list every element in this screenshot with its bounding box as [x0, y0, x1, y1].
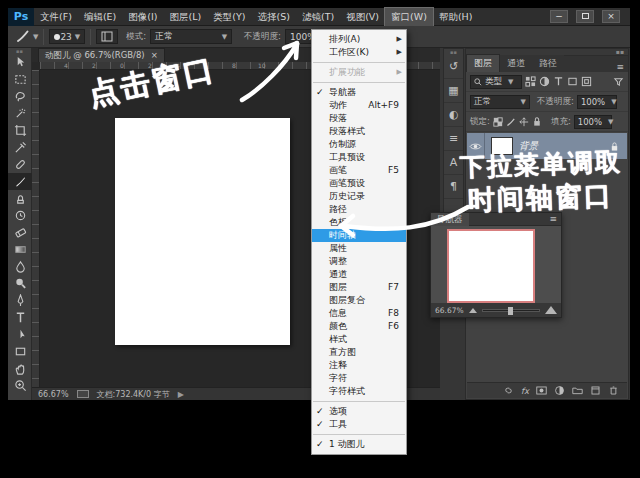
brush-tool[interactable]	[8, 173, 32, 190]
properties-panel-icon[interactable]: ≡	[444, 127, 463, 151]
lasso-tool[interactable]	[8, 88, 32, 105]
menu-item-actions[interactable]: 动作Alt+F9	[312, 99, 406, 112]
tab-channels[interactable]: 通道	[500, 55, 532, 72]
filter-shape-layers-icon[interactable]	[567, 76, 578, 87]
menu-item-navigator[interactable]: ✓导航器	[312, 86, 406, 99]
tab-layers[interactable]: 图层	[466, 54, 500, 72]
gradient-tool[interactable]	[8, 241, 32, 258]
rectangle-tool[interactable]	[8, 343, 32, 360]
magic-wand-tool[interactable]	[8, 105, 32, 122]
zoom-tool[interactable]	[8, 377, 32, 394]
panel-menu-icon[interactable]: ≡	[616, 62, 628, 72]
menu-item-workspace[interactable]: 工作区(K)▶	[312, 46, 406, 59]
zoom-out-icon[interactable]	[469, 308, 477, 313]
layer-blend-mode-select[interactable]: 正常▼	[470, 95, 530, 109]
menu-item-character-styles[interactable]: 字符样式	[312, 385, 406, 398]
menu-item-layers[interactable]: 图层F7	[312, 281, 406, 294]
swatches-panel-icon[interactable]: ▦	[444, 79, 463, 103]
canvas[interactable]	[115, 118, 290, 345]
crop-tool[interactable]	[8, 122, 32, 139]
menu-item-properties[interactable]: 属性	[312, 242, 406, 255]
menu-image[interactable]: 图像(I)	[122, 8, 163, 26]
zoom-level-field[interactable]: 66.67%	[38, 390, 69, 399]
layer-opacity-select[interactable]: 100%▼	[577, 95, 617, 109]
document-tab[interactable]: 动图儿 @ 66.7%(RGB/8) ×	[38, 48, 165, 62]
menu-item-timeline[interactable]: 时间轴	[312, 229, 406, 242]
menu-item-document-1[interactable]: ✓1 动图儿	[312, 438, 406, 451]
menu-select[interactable]: 选择(S)	[251, 8, 295, 26]
menu-item-histogram[interactable]: 直方图	[312, 346, 406, 359]
lock-position-icon[interactable]	[519, 117, 529, 127]
pen-tool[interactable]	[8, 292, 32, 309]
clone-stamp-tool[interactable]	[8, 190, 32, 207]
filter-type-select[interactable]: 类型 ▼	[470, 75, 522, 89]
close-button[interactable]: ×	[602, 10, 620, 23]
new-group-icon[interactable]	[572, 385, 583, 396]
delete-layer-icon[interactable]	[608, 385, 619, 396]
menu-filter[interactable]: 滤镜(T)	[296, 8, 340, 26]
fill-select[interactable]: 100%▼	[574, 115, 612, 129]
menu-item-arrange[interactable]: 排列(A)▶	[312, 33, 406, 46]
menu-edit[interactable]: 编辑(E)	[78, 8, 122, 26]
menu-item-paths[interactable]: 路径	[312, 203, 406, 216]
tab-paths[interactable]: 路径	[532, 55, 564, 72]
menu-help[interactable]: 帮助(H)	[433, 8, 479, 26]
menu-view[interactable]: 视图(V)	[340, 8, 385, 26]
layer-effects-icon[interactable]: fx	[521, 386, 529, 396]
link-layers-icon[interactable]	[503, 385, 514, 396]
eraser-tool[interactable]	[8, 224, 32, 241]
menu-item-info[interactable]: 信息F8	[312, 307, 406, 320]
menu-item-swatches[interactable]: 色板	[312, 216, 406, 229]
brush-tool-icon[interactable]	[16, 29, 30, 45]
filter-adjustment-layers-icon[interactable]	[539, 76, 550, 87]
menu-item-notes[interactable]: 注释	[312, 359, 406, 372]
filter-smart-objects-icon[interactable]	[581, 76, 592, 87]
menu-item-brush-presets[interactable]: 画笔预设	[312, 177, 406, 190]
spot-healing-brush-tool[interactable]	[8, 156, 32, 173]
menu-item-tool-presets[interactable]: 工具预设	[312, 151, 406, 164]
lock-transparency-icon[interactable]	[493, 117, 503, 127]
menu-item-tools[interactable]: ✓工具	[312, 418, 406, 431]
eyedropper-tool[interactable]	[8, 139, 32, 156]
lock-all-icon[interactable]	[532, 116, 542, 127]
chevron-down-icon[interactable]: ▼	[33, 33, 38, 41]
menu-item-color[interactable]: 颜色F6	[312, 320, 406, 333]
new-layer-icon[interactable]	[590, 385, 601, 396]
blend-mode-select[interactable]: 正常 ▼	[150, 29, 232, 44]
filter-type-layers-icon[interactable]	[553, 76, 564, 87]
menu-item-history[interactable]: 历史记录	[312, 190, 406, 203]
minimize-button[interactable]: −	[550, 10, 568, 23]
menu-item-clone-source[interactable]: 仿制源	[312, 138, 406, 151]
menu-item-options[interactable]: ✓选项	[312, 405, 406, 418]
lock-paint-icon[interactable]	[506, 117, 516, 127]
menu-item-channels[interactable]: 通道	[312, 268, 406, 281]
move-tool[interactable]	[8, 54, 32, 71]
navigator-zoom-field[interactable]: 66.67%	[435, 306, 464, 315]
filter-toggle-icon[interactable]	[613, 76, 624, 87]
menu-item-layer-comps[interactable]: 图层复合	[312, 294, 406, 307]
navigator-proxy-view[interactable]	[449, 231, 533, 301]
type-tool[interactable]	[8, 309, 32, 326]
menu-item-styles[interactable]: 样式	[312, 333, 406, 346]
zoom-slider[interactable]	[482, 309, 540, 312]
dodge-tool[interactable]	[8, 275, 32, 292]
status-arrow-icon[interactable]: ▶	[178, 390, 184, 399]
history-panel-icon[interactable]: ↺	[444, 55, 463, 79]
menu-layer[interactable]: 图层(L)	[164, 8, 208, 26]
zoom-in-icon[interactable]	[545, 306, 557, 314]
menu-file[interactable]: 文件(F)	[34, 8, 78, 26]
menu-item-character[interactable]: 字符	[312, 372, 406, 385]
menu-item-brush[interactable]: 画笔F5	[312, 164, 406, 177]
menu-window[interactable]: 窗口(W)	[385, 8, 433, 26]
path-selection-tool[interactable]	[8, 326, 32, 343]
history-brush-tool[interactable]	[8, 207, 32, 224]
menu-type[interactable]: 类型(Y)	[207, 8, 251, 26]
add-mask-icon[interactable]	[536, 385, 547, 396]
menu-item-paragraph-styles[interactable]: 段落样式	[312, 125, 406, 138]
rectangular-marquee-tool[interactable]	[8, 71, 32, 88]
brush-preset-picker[interactable]: 23 ▼	[49, 29, 85, 44]
menu-item-paragraph[interactable]: 段落	[312, 112, 406, 125]
menu-item-adjustments[interactable]: 调整	[312, 255, 406, 268]
toggle-brush-panel-button[interactable]	[96, 29, 118, 44]
maximize-button[interactable]	[576, 10, 594, 23]
